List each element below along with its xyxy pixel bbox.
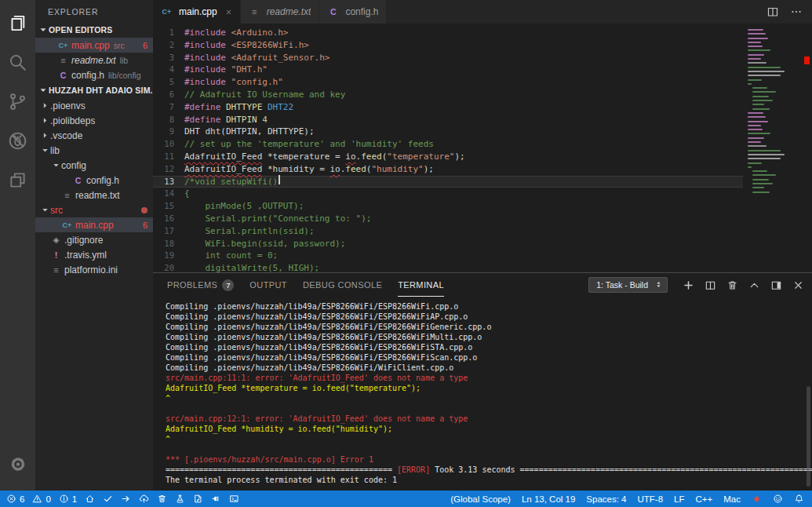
split-icon [705, 279, 716, 291]
status-encoding[interactable]: UTF-8 [638, 494, 664, 504]
activity-item-source-control[interactable] [0, 82, 35, 121]
terminal-line: ========================================… [166, 465, 812, 475]
terminal-output[interactable]: Compiling .pioenvs/huzzah/lib49a/ESP8266… [153, 297, 812, 491]
terminal-line [166, 444, 812, 454]
close-panel-button[interactable] [792, 279, 804, 291]
status-pio-clean[interactable] [157, 494, 167, 504]
split-terminal-button[interactable] [705, 279, 716, 291]
open-editor-readme-txt[interactable]: ≡ readme.txt lib [35, 53, 153, 67]
chevron-down-icon [38, 85, 49, 96]
status-feedback[interactable] [773, 494, 783, 504]
split-icon [766, 5, 779, 18]
code-line-19: 19 int count = 0; [153, 250, 743, 262]
status-eol[interactable]: LF [674, 494, 684, 504]
open-editor-main-cpp[interactable]: C+ main.cpp src 6 [35, 38, 153, 53]
status-notifications[interactable] [794, 494, 804, 504]
status-language-mode[interactable]: C++ [696, 494, 713, 504]
tab-readme-txt[interactable]: ≡readme.txt [241, 0, 320, 24]
terminal-scrollbar[interactable] [807, 386, 810, 487]
activity-item-extensions[interactable] [0, 160, 35, 199]
panel-tab-terminal[interactable]: TERMINAL [398, 273, 444, 297]
status-infos[interactable]: 1 [59, 494, 77, 504]
tree-item-vscode[interactable]: .vscode [35, 128, 153, 143]
activity-item-debug[interactable] [0, 121, 35, 160]
tree-item-platformio-ini[interactable]: ≡platformio.ini [35, 262, 153, 277]
select-arrows-icon [654, 280, 663, 290]
tree-item-pioenvs[interactable]: .pioenvs [35, 98, 153, 113]
status-symbol-scope[interactable]: (Global Scope) [450, 494, 511, 504]
yml-file-icon: ! [50, 250, 62, 260]
code-line-15: 15 pinMode(5 ,OUTPUT); [153, 200, 743, 213]
activity-item-settings[interactable] [0, 443, 35, 483]
chevron-right-icon [40, 100, 50, 111]
tree-item-piolibdeps[interactable]: .piolibdeps [35, 113, 153, 128]
status-pio-run-task[interactable] [193, 494, 203, 504]
tree-item-main-cpp[interactable]: C+main.cpp 6 [35, 217, 153, 232]
terminal-line: *** [.pioenvs/huzzah/src/main.cpp.o] Err… [166, 454, 812, 465]
status-pio-upload[interactable] [121, 494, 131, 504]
status-platform[interactable]: Mac [723, 494, 741, 504]
activity-item-search[interactable] [0, 42, 35, 82]
chevron-down-icon [40, 145, 50, 155]
open-editor-config-h[interactable]: C config.h lib/config [35, 67, 153, 82]
close-icon[interactable] [225, 9, 232, 16]
status-errors[interactable]: 6 [6, 494, 24, 504]
split-editor-button[interactable] [766, 5, 779, 18]
maximize-panel-button[interactable] [748, 279, 760, 291]
status-cursor-position[interactable]: Ln 13, Col 19 [522, 494, 575, 504]
status-pio-home[interactable] [85, 494, 95, 504]
txt-file-icon: ≡ [57, 56, 69, 65]
code-editor[interactable]: 1 #include <Arduino.h> 2 #include <ESP82… [153, 24, 812, 272]
problems-count-badge: 7 [222, 279, 234, 291]
sidebar-title: EXPLORER [35, 0, 153, 22]
activity-item-explorer[interactable] [0, 3, 35, 42]
line-number: 1 [153, 27, 184, 39]
more-actions-button[interactable] [790, 5, 803, 18]
status-hot-indicator[interactable] [752, 494, 762, 504]
tree-item-config[interactable]: config [35, 158, 153, 173]
terminal-line: src/main.cpp:11:1: error: 'AdafruitIO_Fe… [166, 373, 812, 383]
minimap[interactable] [743, 24, 802, 272]
panel-tab-output[interactable]: OUTPUT [249, 273, 287, 297]
chevron-right-icon [40, 115, 50, 126]
cpp-file-icon: C+ [61, 221, 73, 229]
tree-item-gitignore[interactable]: ◈.gitignore [35, 232, 153, 247]
overview-ruler[interactable] [802, 24, 812, 272]
status-pio-serial-monitor[interactable] [211, 494, 221, 504]
status-indentation[interactable]: Spaces: 4 [586, 494, 626, 504]
tree-item-lib[interactable]: lib [35, 143, 153, 158]
code-line-12: 12 AdafruitIO_Feed *humidity = io.feed("… [153, 163, 743, 176]
terminal-line: ^ [166, 393, 812, 403]
status-bar-right: (Global Scope)Ln 13, Col 19Spaces: 4UTF-… [450, 494, 804, 504]
new-terminal-button[interactable] [683, 279, 694, 291]
code-line-8: 8 #define DHTPIN 4 [153, 114, 743, 126]
tree-item-readme-txt[interactable]: ≡readme.txt [35, 188, 153, 202]
status-pio-new-terminal[interactable] [229, 494, 239, 504]
tab-main-cpp[interactable]: C+main.cpp [153, 0, 241, 24]
tree-item-src[interactable]: src [35, 202, 153, 217]
terminal-select[interactable]: 1: Task - Build [588, 277, 668, 293]
status-pio-remote-upload[interactable] [139, 494, 149, 504]
move-panel-button[interactable] [770, 279, 782, 291]
chevron-right-icon [40, 130, 50, 140]
plug-icon [211, 494, 221, 504]
panel-tab-problems[interactable]: PROBLEMS7 [167, 273, 234, 297]
kill-terminal-button[interactable] [726, 279, 738, 291]
file-tree: .pioenvs .piolibdeps .vscode lib config … [35, 98, 153, 277]
tree-item-config-h[interactable]: Cconfig.h [35, 173, 153, 188]
tree-item-travis-yml[interactable]: !.travis.yml [35, 247, 153, 262]
tab-config-h[interactable]: Cconfig.h [319, 0, 387, 24]
panel-tab-debug-console[interactable]: DEBUG CONSOLE [303, 273, 382, 297]
panel-actions: 1: Task - Build [588, 277, 804, 293]
status-pio-test[interactable] [175, 494, 185, 504]
problem-badge: 6 [143, 221, 147, 230]
status-warnings[interactable]: 0 [32, 494, 50, 504]
status-pio-build[interactable] [103, 494, 113, 504]
open-editors-header[interactable]: OPEN EDITORS [35, 22, 153, 38]
h-file-icon: C [57, 71, 69, 80]
terminal-line: Compiling .pioenvs/huzzah/lib49a/ESP8266… [166, 322, 812, 332]
check-icon [103, 494, 113, 504]
project-header[interactable]: HUZZAH DHT ADAIO SIM... [35, 82, 153, 98]
terminal-icon [229, 494, 239, 504]
line-number: 16 [153, 213, 184, 225]
